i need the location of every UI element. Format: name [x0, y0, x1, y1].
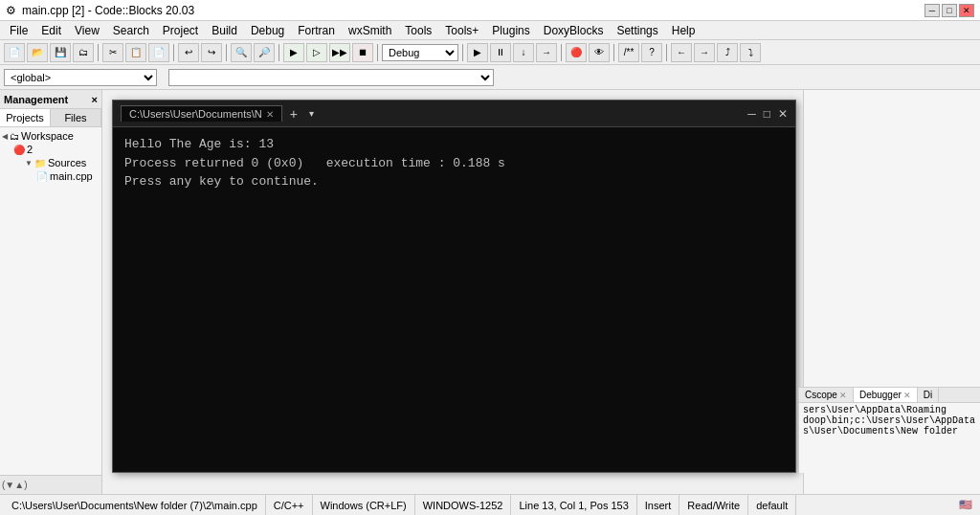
panel-close-btn[interactable]: × [92, 94, 98, 105]
terminal-window[interactable]: C:\Users\User\Documents\N ✕ + ▾ ─ □ ✕ He… [112, 100, 796, 473]
new-file-btn[interactable]: 📄 [4, 43, 25, 62]
menu-project[interactable]: Project [157, 23, 204, 38]
terminal-close-btn[interactable]: ✕ [778, 107, 788, 121]
menu-plugins[interactable]: Plugins [486, 23, 535, 38]
tree-sources[interactable]: ▼ 📁 Sources [25, 156, 100, 169]
tree-sources-children: 📄 main.cpp [25, 169, 100, 183]
status-language: C/C++ [266, 495, 313, 515]
tree-workspace[interactable]: ◀ 🗂 Workspace [2, 129, 100, 143]
save-btn[interactable]: 💾 [50, 43, 71, 62]
status-encoding: WINDOWS-1252 [415, 495, 512, 515]
sep3 [226, 44, 227, 61]
terminal-tab[interactable]: C:\Users\User\Documents\N ✕ [121, 105, 282, 122]
copy-btn[interactable]: 📋 [125, 43, 146, 62]
debug-config-select[interactable]: Debug [382, 44, 458, 61]
terminal-tab-title: C:\Users\User\Documents\N [129, 108, 262, 120]
project-icon: 🔴 [13, 145, 25, 155]
menu-wxsmith[interactable]: wxSmith [343, 23, 397, 38]
tree-children: 🔴 2 ▼ 📁 Sources 📄 main.cpp [2, 143, 100, 183]
debugger-close[interactable]: ✕ [903, 391, 911, 400]
tree-project-children: ▼ 📁 Sources 📄 main.cpp [13, 156, 100, 183]
minimize-button[interactable]: ─ [924, 4, 940, 17]
watch-btn[interactable]: 👁 [589, 43, 610, 62]
tab-projects[interactable]: Projects [0, 109, 51, 126]
tree-main-cpp[interactable]: 📄 main.cpp [36, 169, 100, 183]
menu-fortran[interactable]: Fortran [292, 23, 341, 38]
cscope-label: Cscope [805, 390, 837, 400]
sources-icon: 📁 [34, 158, 46, 168]
status-position: Line 13, Col 1, Pos 153 [511, 495, 636, 515]
tab-files[interactable]: Files [51, 109, 101, 126]
global-scope-select[interactable]: <global> [4, 69, 157, 86]
debug-step-btn[interactable]: ↓ [513, 43, 534, 62]
workspace-icon: 🗂 [10, 131, 19, 142]
sep4 [278, 44, 279, 61]
terminal-minimize-btn[interactable]: ─ [747, 107, 756, 121]
sep7 [561, 44, 562, 61]
debug-start-btn[interactable]: ▶ [467, 43, 488, 62]
project-label: 2 [27, 144, 33, 155]
menu-bar: File Edit View Search Project Build Debu… [0, 21, 980, 40]
menu-view[interactable]: View [69, 23, 105, 38]
bottom-tabs: Cscope ✕ Debugger ✕ Di [799, 388, 980, 403]
breakpoint-btn[interactable]: 🔴 [566, 43, 587, 62]
sep9 [666, 44, 667, 61]
terminal-line-1: Hello The Age is: 13 [124, 135, 784, 154]
terminal-new-tab-btn[interactable]: + [286, 106, 301, 122]
debug-stop-btn[interactable]: ⏸ [490, 43, 511, 62]
menu-file[interactable]: File [4, 23, 33, 38]
menu-tools[interactable]: Tools [399, 23, 437, 38]
close-button[interactable]: ✕ [959, 4, 974, 17]
cut-btn[interactable]: ✂ [102, 43, 123, 62]
panel-scroll: (▼▲) [2, 480, 27, 490]
run-btn[interactable]: ▷ [306, 43, 327, 62]
tab-debugger[interactable]: Debugger ✕ [854, 388, 918, 402]
sep8 [613, 44, 614, 61]
debugger-label: Debugger [859, 390, 902, 400]
bottom-right-panel: Cscope ✕ Debugger ✕ Di sers\User\AppData… [798, 387, 980, 473]
menu-doxyblocks[interactable]: DoxyBlocks [538, 23, 610, 38]
main-cpp-label: main.cpp [50, 170, 93, 182]
plugin-btn1[interactable]: /** [618, 43, 639, 62]
menu-help[interactable]: Help [666, 23, 702, 38]
save-all-btn[interactable]: 🗂 [73, 43, 94, 62]
menu-build[interactable]: Build [206, 23, 243, 38]
cscope-close[interactable]: ✕ [839, 391, 847, 400]
forward-btn[interactable]: → [694, 43, 715, 62]
replace-btn[interactable]: 🔎 [254, 43, 275, 62]
back-btn[interactable]: ← [671, 43, 692, 62]
tree-project[interactable]: 🔴 2 [13, 143, 100, 156]
find-btn[interactable]: 🔍 [231, 43, 252, 62]
undo-btn[interactable]: ↩ [178, 43, 199, 62]
menu-debug[interactable]: Debug [245, 23, 290, 38]
stop-btn[interactable]: ⏹ [352, 43, 373, 62]
terminal-line-3: Process returned 0 (0x0) execution time … [124, 154, 784, 173]
build-run-btn[interactable]: ▶▶ [329, 43, 350, 62]
status-flag: 🇺🇸 [955, 495, 976, 515]
menu-settings[interactable]: Settings [611, 23, 663, 38]
menu-search[interactable]: Search [107, 23, 155, 38]
tab-cscope[interactable]: Cscope ✕ [799, 388, 854, 402]
toolbar-main: 📄 📂 💾 🗂 ✂ 📋 📄 ↩ ↪ 🔍 🔎 ▶ ▷ ▶▶ ⏹ Debug ▶ ⏸… [0, 40, 980, 65]
menu-edit[interactable]: Edit [35, 23, 67, 38]
jump-btn[interactable]: ⤴ [717, 43, 738, 62]
panel-header: Management × [0, 90, 101, 109]
plugin-btn2[interactable]: ? [641, 43, 662, 62]
terminal-tab-close[interactable]: ✕ [266, 109, 274, 120]
maximize-button[interactable]: □ [942, 4, 957, 17]
terminal-maximize-btn[interactable]: □ [764, 107, 770, 121]
tab-di[interactable]: Di [918, 388, 939, 402]
bottom-line-1: sers\User\AppData\Roaming [803, 405, 976, 415]
sep6 [462, 44, 463, 61]
open-btn[interactable]: 📂 [27, 43, 48, 62]
title-bar-controls: ─ □ ✕ [924, 4, 974, 17]
terminal-dropdown-btn[interactable]: ▾ [305, 108, 318, 119]
debug-next-btn[interactable]: → [536, 43, 557, 62]
paste-btn[interactable]: 📄 [148, 43, 169, 62]
menu-tools-plus[interactable]: Tools+ [439, 23, 484, 38]
redo-btn[interactable]: ↪ [201, 43, 222, 62]
build-btn[interactable]: ▶ [283, 43, 304, 62]
symbol-select[interactable] [168, 69, 494, 86]
jump2-btn[interactable]: ⤵ [740, 43, 761, 62]
app-icon: ⚙ [6, 4, 16, 17]
